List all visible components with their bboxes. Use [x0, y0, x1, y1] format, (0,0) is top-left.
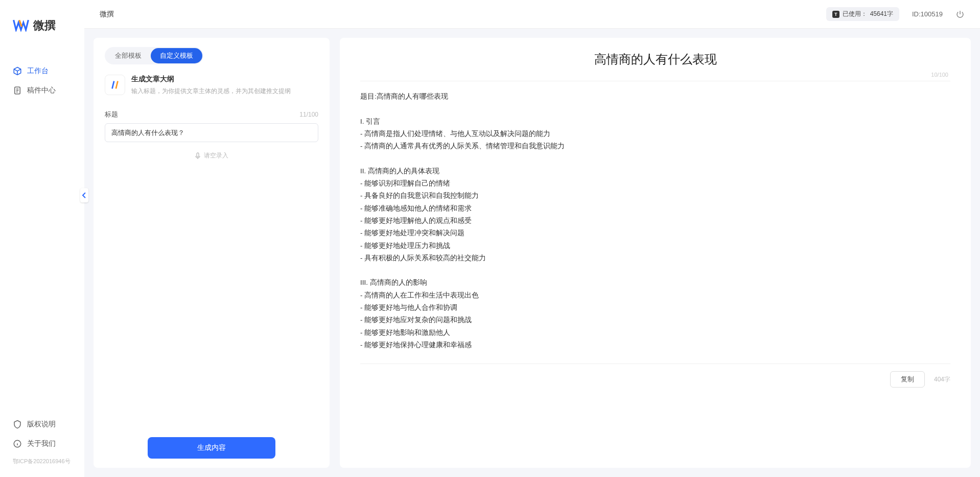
svg-rect-2 [197, 153, 199, 157]
user-id: ID:100519 [912, 10, 943, 18]
mic-icon [195, 152, 201, 160]
sidebar-item-workspace[interactable]: 工作台 [0, 61, 84, 81]
app-logo: 微撰 [0, 18, 84, 33]
logo-text: 微撰 [33, 18, 56, 33]
sidebar-item-label: 版权说明 [27, 420, 56, 429]
sidebar: 微撰 工作台 稿件中心 版权说明 关于我们 鄂ICP备2022016946号 [0, 0, 84, 477]
shield-icon [13, 420, 22, 429]
tab-custom-templates[interactable]: 自定义模板 [151, 48, 202, 63]
template-card-icon [105, 75, 125, 95]
cube-icon [13, 66, 22, 76]
template-card: 生成文章大纲 输入标题，为你提供文章主体的灵感，并为其创建推文提纲 [105, 75, 318, 96]
sidebar-bottom: 版权说明 关于我们 鄂ICP备2022016946号 [0, 415, 84, 469]
voice-input-label: 请空录入 [204, 151, 228, 160]
generate-button[interactable]: 生成内容 [148, 437, 276, 459]
divider [360, 81, 950, 81]
collapse-sidebar-button[interactable] [80, 188, 88, 202]
usage-value: 45641字 [870, 10, 893, 18]
tab-all-templates[interactable]: 全部模板 [106, 48, 151, 63]
usage-pill: T 已使用： 45641字 [826, 7, 899, 21]
doc-body[interactable]: 题目:高情商的人有哪些表现 I. 引言 - 高情商是指人们处理情绪、与他人互动以… [360, 90, 950, 356]
template-tabs: 全部模板 自定义模板 [105, 47, 203, 64]
sidebar-item-label: 工作台 [27, 66, 49, 76]
usage-label: 已使用： [843, 10, 867, 18]
doc-title-count: 10/100 [360, 72, 950, 78]
template-card-text: 生成文章大纲 输入标题，为你提供文章主体的灵感，并为其创建推文提纲 [131, 75, 291, 96]
voice-input-row[interactable]: 请空录入 [105, 151, 318, 160]
chevron-left-icon [82, 192, 87, 198]
sidebar-item-about[interactable]: 关于我们 [0, 434, 84, 453]
sidebar-item-label: 关于我们 [27, 439, 56, 448]
document-icon [13, 86, 22, 95]
doc-footer: 复制 404字 [360, 364, 950, 388]
page-title: 微撰 [100, 10, 114, 19]
topbar-right: T 已使用： 45641字 ID:100519 [826, 7, 965, 21]
title-char-count: 11/100 [299, 111, 318, 118]
sidebar-item-drafts[interactable]: 稿件中心 [0, 81, 84, 100]
title-input[interactable] [105, 123, 318, 142]
output-panel: 高情商的人有什么表现 10/100 题目:高情商的人有哪些表现 I. 引言 - … [340, 38, 971, 468]
template-card-title: 生成文章大纲 [131, 75, 291, 84]
title-field-header: 标题 11/100 [105, 110, 318, 119]
power-icon[interactable] [955, 10, 965, 19]
app-root: 微撰 工作台 稿件中心 版权说明 关于我们 鄂ICP备2022016946号 [0, 0, 980, 477]
content: 全部模板 自定义模板 生成文章大纲 输入标题，为你提供文章主体的灵感，并为其创建… [84, 29, 980, 477]
sidebar-item-label: 稿件中心 [27, 86, 56, 95]
doc-title: 高情商的人有什么表现 [360, 51, 950, 67]
title-label: 标题 [105, 110, 118, 119]
main-area: 微撰 T 已使用： 45641字 ID:100519 全部模板 自定义模板 [84, 0, 980, 477]
text-badge-icon: T [832, 11, 839, 18]
info-icon [13, 439, 22, 448]
icp-footer: 鄂ICP备2022016946号 [0, 453, 84, 469]
topbar: 微撰 T 已使用： 45641字 ID:100519 [84, 0, 980, 29]
output-word-count: 404字 [934, 375, 950, 384]
copy-button[interactable]: 复制 [890, 371, 925, 388]
sidebar-item-copyright[interactable]: 版权说明 [0, 415, 84, 434]
template-card-desc: 输入标题，为你提供文章主体的灵感，并为其创建推文提纲 [131, 87, 291, 96]
logo-icon [13, 18, 29, 33]
input-panel: 全部模板 自定义模板 生成文章大纲 输入标题，为你提供文章主体的灵感，并为其创建… [94, 38, 330, 468]
